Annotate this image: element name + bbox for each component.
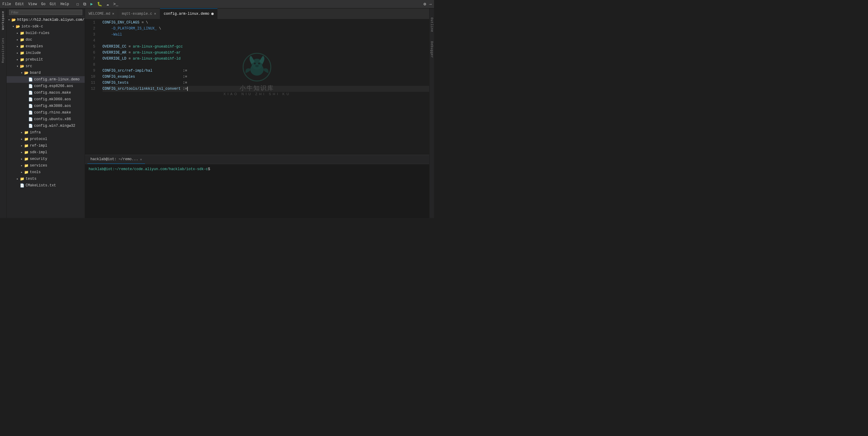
tree-item-build-rules[interactable]: ▸ 📁 build-rules: [7, 30, 85, 36]
tree-item-ref-impl[interactable]: ▸ 📁 ref-impl: [7, 142, 85, 149]
tree-label: config.mk3060.aos: [34, 97, 71, 101]
debug-icon[interactable]: 🐛: [97, 1, 102, 7]
file-icon: 📄: [28, 117, 33, 122]
sync-icon[interactable]: ⧉: [83, 2, 86, 7]
tree-item-config.win7.mingw32[interactable]: 📄 config.win7.mingw32: [7, 123, 85, 129]
tree-item-root[interactable]: ▾ 📂 https://hl2.hacklab.aliyun.com/: [7, 16, 85, 23]
activity-repositories[interactable]: Repositories: [1, 36, 5, 64]
syntax-op: :=: [183, 69, 187, 73]
tab-close-icon[interactable]: ✕: [112, 12, 114, 16]
terminal-icon[interactable]: >_: [113, 2, 119, 7]
tree-item-config.rhino.make[interactable]: 📄 config.rhino.make: [7, 109, 85, 116]
tree-item-board[interactable]: ▾ 📂 board: [7, 70, 85, 76]
tree-item-services[interactable]: ▸ 📁 services: [7, 162, 85, 169]
tree-arrow: ▾: [19, 71, 24, 75]
tree-item-examples[interactable]: ▸ 📁 examples: [7, 43, 85, 50]
tree-label: security: [30, 157, 47, 161]
terminal-close-icon[interactable]: ✕: [140, 158, 142, 161]
code-line-11: CONFIG_tests :=: [102, 80, 429, 86]
tree-label: tools: [30, 170, 41, 174]
arrow-icon[interactable]: →: [429, 2, 432, 7]
file-icon: 📄: [28, 91, 33, 95]
code-line-1: CONFIG_ENV_CFLAGS = \: [102, 20, 429, 26]
activity-workspace[interactable]: Workspace: [1, 10, 5, 31]
tab-label: mqtt-example.c: [122, 12, 152, 16]
syntax-var: OVERRIDE_LD: [102, 57, 126, 61]
tree-item-tools[interactable]: ▸ 📁 tools: [7, 169, 85, 175]
terminal-tab-label: hacklab@iot: ~/remo...: [90, 157, 138, 161]
new-file-icon[interactable]: ☐: [76, 1, 79, 7]
tree-arrow: ▸: [15, 177, 20, 181]
cloud-icon[interactable]: ☁: [106, 1, 109, 7]
tree-label: board: [30, 71, 41, 75]
syntax-val: arm-linux-gnueabihf-ld: [133, 57, 181, 61]
tree-item-include[interactable]: ▸ 📁 include: [7, 50, 85, 56]
syntax-var: CONFIG_tests: [102, 81, 128, 85]
main-layout: Workspace Repositories ▾ 📂 https://hl2.h…: [0, 8, 434, 218]
terminal-tab-bar: hacklab@iot: ~/remo... ✕: [85, 155, 429, 164]
tree-item-config.macos.make[interactable]: 📄 config.macos.make: [7, 90, 85, 96]
tree-item-config.ubuntu.x86[interactable]: 📄 config.ubuntu.x86: [7, 116, 85, 123]
tab-config[interactable]: config.arm-linux.demo: [160, 8, 217, 19]
terminal-tab[interactable]: hacklab@iot: ~/remo... ✕: [87, 155, 145, 164]
settings-icon[interactable]: ⚙: [424, 1, 426, 7]
file-icon: 📄: [28, 104, 33, 108]
tab-label: config.arm-linux.demo: [164, 12, 209, 16]
syntax-val: arm-linux-gnueabihf-ar: [133, 51, 181, 55]
right-panel-debugger[interactable]: Debugger: [430, 41, 433, 58]
menu-file[interactable]: File: [2, 2, 11, 6]
tab-close-icon[interactable]: ✕: [154, 12, 156, 16]
tree-item-iotx-sdk-c[interactable]: ▾ 📂 iotx-sdk-c: [7, 23, 85, 30]
tree-label: examples: [26, 44, 43, 48]
folder-icon: 📁: [20, 31, 24, 36]
terminal-prompt: hacklab@iot: [89, 167, 113, 171]
tree-item-config.mk3080.aos[interactable]: 📄 config.mk3080.aos: [7, 103, 85, 109]
tree-item-CMakeLists.txt[interactable]: 📄 CMakeLists.txt: [7, 182, 85, 189]
code-line-5: OVERRIDE_CC = arm-linux-gnueabihf-gcc: [102, 44, 429, 50]
tree-item-security[interactable]: ▸ 📁 security: [7, 156, 85, 162]
code-line-10: CONFIG_examples :=: [102, 74, 429, 80]
code-content[interactable]: CONFIG_ENV_CFLAGS = \ -D_PLATFORM_IS_LIN…: [98, 19, 429, 155]
tree-item-infra[interactable]: ▸ 📁 infra: [7, 129, 85, 136]
code-line-9: CONFIG_src/ref-impl/hal :=: [102, 68, 429, 74]
tree-label: include: [26, 51, 41, 55]
tree-item-config.mk3060.aos[interactable]: 📄 config.mk3060.aos: [7, 96, 85, 103]
menu-bar: File Edit View Go Git Help ☐ ⧉ ► 🐛 ☁ >_: [2, 1, 118, 7]
run-icon[interactable]: ►: [90, 2, 93, 7]
syntax-var: CONFIG_src/tools/linkkit_tsl_convert: [102, 87, 181, 91]
tab-welcome[interactable]: WELCOME.md ✕: [85, 8, 118, 19]
menu-git[interactable]: Git: [50, 2, 56, 6]
menu-go[interactable]: Go: [41, 2, 45, 6]
tab-mqtt[interactable]: mqtt-example.c ✕: [118, 8, 160, 19]
filter-input[interactable]: [9, 10, 82, 15]
tree-arrow: ▸: [15, 31, 20, 35]
tree-item-sdk-impl[interactable]: ▸ 📁 sdk-impl: [7, 149, 85, 156]
syntax-kw: -D_PLATFORM_IS_LINUX_: [111, 27, 157, 31]
folder-icon: 📁: [20, 51, 24, 56]
tab-label: WELCOME.md: [89, 12, 110, 16]
file-icon: 📄: [28, 97, 33, 102]
tree-label: sdk-impl: [30, 150, 47, 155]
titlebar: File Edit View Go Git Help ☐ ⧉ ► 🐛 ☁ >_ …: [0, 0, 434, 8]
syntax-op: :=: [183, 81, 187, 85]
line-number-4: 4: [85, 38, 95, 44]
tree-label: config.mk3080.aos: [34, 104, 71, 108]
tree-item-config.esp8266.aos[interactable]: 📄 config.esp8266.aos: [7, 83, 85, 90]
menu-view[interactable]: View: [28, 2, 37, 6]
tree-item-doc[interactable]: ▸ 📁 doc: [7, 36, 85, 43]
line-number-11: 11: [85, 80, 95, 86]
terminal-content[interactable]: hacklab@iot:~/remote/code.aliyun.com/hac…: [85, 164, 429, 218]
tree-item-tests[interactable]: ▸ 📁 tests: [7, 175, 85, 182]
code-line-8: [102, 62, 429, 68]
tree-arrow: ▸: [19, 131, 24, 134]
menu-help[interactable]: Help: [60, 2, 69, 6]
folder-icon: 📁: [24, 130, 29, 135]
line-number-1: 1: [85, 20, 95, 26]
editor-area: WELCOME.md ✕ mqtt-example.c ✕ config.arm…: [85, 8, 429, 218]
tree-item-prebuilt[interactable]: ▸ 📁 prebuilt: [7, 56, 85, 63]
menu-edit[interactable]: Edit: [16, 2, 24, 6]
tree-item-protocol[interactable]: ▸ 📁 protocol: [7, 136, 85, 142]
tree-item-config.arm-linux.demo[interactable]: 📄 config.arm-linux.demo: [7, 76, 85, 83]
tree-item-src[interactable]: ▾ 📂 src: [7, 63, 85, 70]
right-panel-outline[interactable]: Outline: [430, 18, 433, 32]
